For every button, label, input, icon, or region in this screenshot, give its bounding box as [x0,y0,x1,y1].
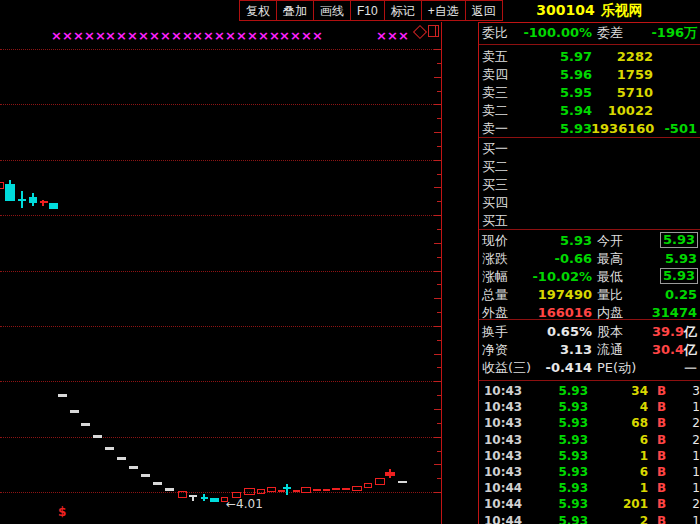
ask-price: 5.93 [505,120,592,137]
y-axis-minor-tick [437,367,441,368]
tick-volume: 68 [591,415,648,431]
tick-row: 10:445.932B1 [479,513,700,524]
candle-mark [18,199,26,201]
toolbar-button-2[interactable]: 叠加 [276,0,314,21]
candle-mark [178,491,187,498]
kline-chart[interactable]: 45.0042.5040.0037.5035.0032.5030.0027.50… [0,0,442,524]
y-axis-tick [434,243,441,244]
suspension-mark-icon: × [62,30,73,42]
candle-mark [293,490,300,492]
suspension-mark-icon: × [387,30,398,42]
bid-label: 买三 [482,176,508,193]
candle-mark [283,487,291,489]
toolbar-button-3[interactable]: 画线 [313,0,351,21]
bid-row-4[interactable]: 买四 [479,194,700,212]
y-axis-minor-tick [437,312,441,313]
tick-count: 1 [675,513,700,524]
candle-mark [313,489,321,491]
y-axis-minor-tick [437,91,441,92]
stock-code: 300104 [536,2,594,18]
grid-line [0,492,440,493]
diamond-icon[interactable] [413,25,427,39]
window-icon[interactable] [428,25,439,37]
toolbar-button-7[interactable]: 返回 [465,0,503,21]
tick-row: 10:435.9334B3 [479,383,700,399]
bid-ask-ratio-row: 委比-100.00%委差-196万 [479,24,700,42]
tick-volume: 4 [591,399,648,415]
tick-row: 10:435.936B2 [479,432,700,448]
y-axis-tick [434,381,441,382]
ask-row-5[interactable]: 卖五5.972282 [479,48,700,66]
ask-row-2[interactable]: 卖二5.9410022 [479,102,700,120]
candle-mark [352,486,362,491]
toolbar-button-1[interactable]: 复权 [239,0,277,21]
y-axis-minor-tick [437,284,441,285]
candle-mark [81,423,90,426]
candle-mark [105,447,114,450]
suspension-mark-icon: × [301,30,312,42]
toolbar-button-4[interactable]: F10 [350,0,385,21]
stat-value-right: 30.4亿 [625,341,697,358]
candle-mark [278,490,285,492]
bid-row-3[interactable]: 买三 [479,176,700,194]
y-axis-minor-tick [437,478,441,479]
y-axis-tick [434,298,441,299]
y-axis-tick [434,49,441,50]
stat-value-right-number: — [684,360,697,375]
y-axis-minor-tick [437,174,441,175]
tick-row: 10:435.9368B2 [479,415,700,431]
y-axis-minor-tick [437,395,441,396]
suspension-mark-icon: × [225,30,236,42]
y-axis-tick [434,187,441,188]
tick-price: 5.93 [539,432,588,448]
bid-row-1[interactable]: 买一 [479,140,700,158]
ask-row-3[interactable]: 卖三5.955710 [479,84,700,102]
suspension-mark-icon: × [203,30,214,42]
tick-row: 10:445.931B1 [479,480,700,496]
y-axis-tick [434,326,441,327]
quote-value-right: 0.25 [625,286,697,303]
tick-direction-flag: B [657,464,666,480]
candle-mark [286,484,288,495]
suspension-mark-icon: × [160,30,171,42]
tick-direction-flag: B [657,415,666,431]
suspension-mark-icon: × [116,30,127,42]
ask-volume: 2282 [591,48,653,65]
ask-volume: 1759 [591,66,653,83]
tick-count: 1 [675,464,700,480]
quote-value-left: 197490 [505,286,592,303]
ask-row-4[interactable]: 卖四5.961759 [479,66,700,84]
candle-mark [5,184,15,201]
candle-mark [0,182,4,189]
candle-mark [342,488,350,490]
stat-value-left: 3.13 [505,341,592,358]
ask-row-1[interactable]: 卖一5.931936160-501 [479,120,700,138]
bid-label: 买一 [482,140,508,157]
candle-mark [389,469,391,478]
bid-label: 买五 [482,212,508,229]
toolbar-button-6[interactable]: +自选 [421,0,466,21]
weibi-value: -100.00% [505,24,592,41]
ask-price: 5.96 [505,66,592,83]
suspension-mark-icon: × [247,30,258,42]
y-axis-tick [434,160,441,161]
candle-mark [375,478,385,485]
toolbar-button-5[interactable]: 标记 [384,0,422,21]
bid-row-2[interactable]: 买二 [479,158,700,176]
tick-row: 10:435.931B1 [479,448,700,464]
ask-volume: 5710 [591,84,653,101]
tick-time: 10:43 [484,464,522,480]
tick-volume: 6 [591,464,648,480]
quote-row: 涨幅-10.02%最低5.93 [479,268,700,286]
bid-row-5[interactable]: 买五 [479,212,700,230]
suspension-mark-icon: × [279,30,290,42]
quote-value-right: 5.93 [625,250,697,267]
grid-line [0,49,440,50]
low-price-annotation: ←4.01 [226,497,263,511]
quote-value-left: -0.66 [505,250,592,267]
bid-label: 买二 [482,158,508,175]
suspension-mark-icon: × [73,30,84,42]
suspension-mark-icon: × [171,30,182,42]
tick-time: 10:43 [484,448,522,464]
stat-value-left: -0.414 [505,359,592,376]
